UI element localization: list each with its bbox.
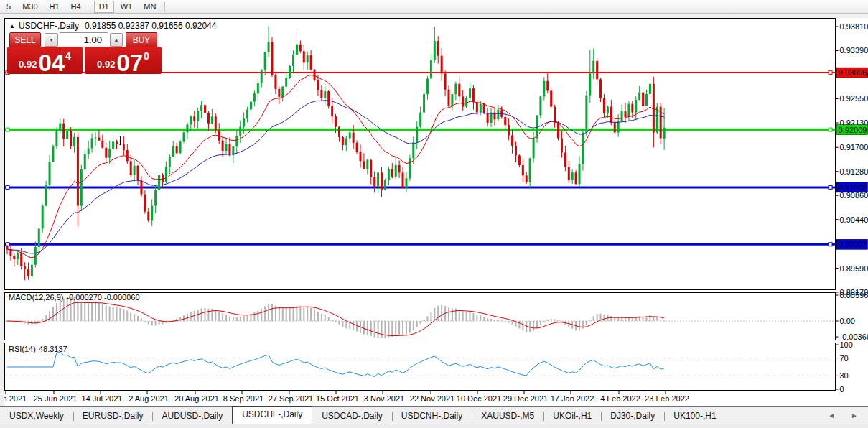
macd-bar <box>437 306 439 321</box>
candle-body <box>434 41 436 60</box>
candle-body <box>59 124 61 131</box>
tab-ukoil-h1[interactable]: UKOil-,H1 <box>543 409 601 424</box>
macd-bar <box>490 319 492 321</box>
candle-body <box>596 61 598 80</box>
tab-xauusd-m5[interactable]: XAUUSD-,M5 <box>472 409 543 424</box>
tab-audusd-daily[interactable]: AUDUSD-,Daily <box>152 409 232 424</box>
buy-price-box[interactable]: 0.92 07 0 <box>85 47 162 74</box>
rsi-tick-label: 70 <box>840 354 849 363</box>
candle-body <box>599 79 602 98</box>
tab-dj30-daily[interactable]: DJ30-,Daily <box>601 409 664 424</box>
tab-scroll-left-icon[interactable]: ◄ <box>828 411 835 419</box>
tab-scroll-right-icon[interactable]: ► <box>851 411 858 419</box>
collapse-chart-icon[interactable]: ▲ <box>9 23 15 29</box>
volume-input[interactable]: 1.00 <box>60 32 108 47</box>
macd-bar <box>109 307 111 321</box>
candle-body <box>101 141 103 148</box>
tab-usdcad-daily[interactable]: USDCAD-,Daily <box>312 409 392 424</box>
candle-body <box>324 91 326 98</box>
volume-increase-button[interactable]: ▲ <box>110 33 123 47</box>
candle-body <box>98 138 100 141</box>
macd-bar <box>106 305 107 321</box>
level-handle[interactable] <box>829 185 832 189</box>
chart-title: ▲USDCHF-,Daily0.91855 0.92387 0.91656 0.… <box>9 21 216 31</box>
macd-bar <box>526 321 527 332</box>
date-axis[interactable]: 7 Jun 202125 Jun 202114 Jul 20212 Aug 20… <box>4 391 689 404</box>
macd-bar <box>236 317 238 321</box>
period-button-mn[interactable]: MN <box>139 1 161 13</box>
level-handle[interactable] <box>829 243 832 246</box>
rsi-name: RSI(14) <box>9 345 36 353</box>
buy-button[interactable]: BUY <box>126 32 157 47</box>
date-label: 14 Jul 2021 <box>82 394 123 403</box>
macd-bar <box>424 320 425 321</box>
level-handle[interactable] <box>829 128 832 131</box>
macd-bar <box>656 317 658 321</box>
candle-body <box>257 83 259 93</box>
macd-bar <box>84 303 85 321</box>
period-button-m30[interactable]: M30 <box>17 1 42 13</box>
price-axis[interactable]: 0.938100.933900.929700.925500.921300.917… <box>836 22 868 394</box>
tab-eurusd-daily[interactable]: EURUSD-,Daily <box>73 409 153 424</box>
period-button-h1[interactable]: H1 <box>45 1 65 13</box>
tab-usdx-weekly[interactable]: USDX,Weekly <box>0 409 73 424</box>
candle-body <box>363 161 365 169</box>
macd-bar <box>271 304 273 321</box>
macd-bar <box>80 302 82 321</box>
macd-bar <box>253 312 255 321</box>
candle-body <box>342 137 344 145</box>
tab-uk100-h1[interactable]: UK100-,H1 <box>664 409 725 424</box>
candle-body <box>200 105 202 111</box>
macd-bar <box>261 309 262 321</box>
chart-canvas[interactable]: 0.938100.933900.929700.925500.921300.917… <box>4 18 868 406</box>
level-handle[interactable] <box>6 128 9 131</box>
macd-current-values: -0.000270 -0.000060 <box>66 293 139 302</box>
macd-bar <box>137 316 139 321</box>
candle-body <box>589 73 591 95</box>
period-button-d1[interactable]: D1 <box>94 1 114 13</box>
candle-body <box>31 265 33 276</box>
tab-usdcnh-daily[interactable]: USDCNH-,Daily <box>392 409 472 424</box>
candle-body <box>126 150 129 161</box>
macd-bar <box>77 301 78 321</box>
macd-tick-label: 0.00 <box>840 317 855 325</box>
level-handle[interactable] <box>6 185 9 189</box>
candle-body <box>575 172 577 184</box>
candle-body <box>579 164 581 184</box>
candle-body <box>398 165 401 172</box>
candle-body <box>243 118 245 126</box>
candle-body <box>123 144 125 150</box>
candle-body <box>204 105 206 113</box>
candle-body <box>625 111 627 117</box>
candle-body <box>165 167 167 182</box>
sell-button[interactable]: SELL <box>9 32 41 47</box>
chart-symbol-period: USDCHF-,Daily <box>19 21 79 31</box>
macd-bar <box>554 319 556 321</box>
macd-bar <box>476 315 477 321</box>
candle-body <box>437 41 439 56</box>
candle-body <box>518 155 521 165</box>
candle-body <box>610 107 612 123</box>
candle-body <box>585 96 587 133</box>
candle-body <box>642 93 644 106</box>
sell-price-prefix: 0.92 <box>19 59 37 70</box>
candle-body <box>444 73 447 89</box>
candle-body <box>515 146 517 156</box>
candle-body <box>631 104 633 113</box>
level-handle[interactable] <box>829 71 832 75</box>
tab-usdchf-daily[interactable]: USDCHF-,Daily <box>232 406 312 424</box>
period-button-5[interactable]: 5 <box>1 1 16 13</box>
period-button-h4[interactable]: H4 <box>66 1 86 13</box>
candle-body <box>183 133 185 142</box>
period-button-w1[interactable]: W1 <box>116 1 138 13</box>
volume-decrease-button[interactable]: ▼ <box>45 33 58 47</box>
candle-body <box>296 45 298 55</box>
macd-bar <box>243 316 245 321</box>
candle-body <box>409 158 411 178</box>
macd-bar <box>95 303 96 321</box>
sell-price-box[interactable]: 0.92 04 4 <box>7 47 83 74</box>
macd-bar <box>579 321 580 330</box>
candle-body <box>571 172 574 180</box>
candle-body <box>250 101 252 109</box>
macd-bar <box>448 307 449 321</box>
